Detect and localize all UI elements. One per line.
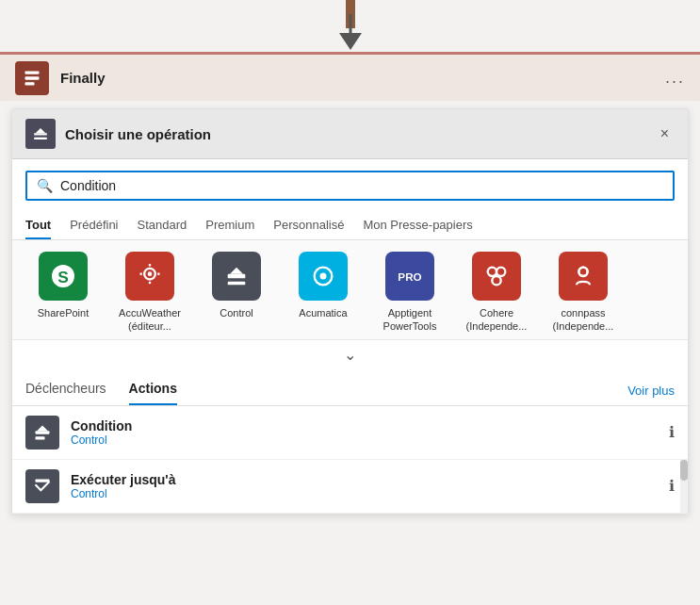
acumatica-label: Acumatica bbox=[299, 306, 347, 319]
connectors-grid: S SharePoint AccuWeather(éditeu bbox=[25, 252, 675, 334]
cohere-icon bbox=[472, 252, 521, 301]
connector-acumatica[interactable]: Acumatica bbox=[285, 252, 361, 334]
executer-name: Exécuter jusqu'à bbox=[71, 472, 661, 487]
connector-accuweather[interactable]: AccuWeather(éditeur... bbox=[112, 252, 187, 334]
list-item-executer[interactable]: Exécuter jusqu'à Control ℹ bbox=[12, 460, 688, 514]
svg-rect-27 bbox=[36, 436, 45, 439]
svg-rect-1 bbox=[25, 76, 40, 79]
executer-sub: Control bbox=[71, 487, 661, 500]
condition-sub: Control bbox=[71, 433, 661, 447]
svg-point-18 bbox=[320, 273, 327, 280]
condition-info-icon[interactable]: ℹ bbox=[669, 423, 675, 441]
svg-rect-28 bbox=[36, 479, 50, 482]
chooser-title: Choisir une opération bbox=[65, 126, 655, 142]
scroll-track[interactable] bbox=[680, 460, 688, 513]
search-icon: 🔍 bbox=[37, 178, 53, 193]
sharepoint-label: SharePoint bbox=[38, 306, 89, 319]
svg-marker-4 bbox=[36, 128, 46, 133]
svg-text:S: S bbox=[57, 268, 69, 286]
condition-name: Condition bbox=[71, 418, 661, 433]
chooser-header: Choisir une opération × bbox=[12, 109, 688, 159]
action-tabs-left: Déclencheurs Actions bbox=[25, 377, 177, 405]
accuweather-icon bbox=[125, 252, 174, 301]
finally-title: Finally bbox=[60, 70, 665, 86]
svg-point-21 bbox=[497, 268, 505, 276]
svg-text:PRO: PRO bbox=[398, 270, 421, 283]
connpass-icon bbox=[559, 252, 608, 301]
connectors-area: S SharePoint AccuWeather(éditeu bbox=[12, 240, 688, 339]
connector-control[interactable]: Control bbox=[199, 252, 274, 334]
connector-apptigent[interactable]: PRO ApptigentPowerTools bbox=[372, 252, 448, 334]
operation-chooser: Choisir une opération × 🔍 Tout Prédéfini… bbox=[11, 108, 689, 515]
svg-rect-25 bbox=[36, 431, 50, 433]
svg-rect-16 bbox=[228, 282, 246, 286]
expand-row: ⌄ bbox=[12, 339, 688, 368]
acumatica-icon bbox=[299, 252, 348, 301]
control-icon bbox=[212, 252, 261, 301]
svg-marker-26 bbox=[37, 425, 48, 431]
svg-point-24 bbox=[578, 268, 587, 276]
apptigent-label: ApptigentPowerTools bbox=[383, 306, 437, 334]
sharepoint-icon: S bbox=[39, 252, 88, 301]
executer-icon bbox=[25, 469, 59, 503]
tab-actions[interactable]: Actions bbox=[129, 377, 177, 405]
list-item-condition[interactable]: Condition Control ℹ bbox=[12, 406, 688, 460]
svg-point-22 bbox=[492, 276, 500, 285]
svg-rect-14 bbox=[228, 274, 246, 279]
voir-plus-button[interactable]: Voir plus bbox=[627, 384, 675, 398]
svg-point-9 bbox=[148, 271, 153, 276]
connector-connpass[interactable]: connpass(Independe... bbox=[545, 252, 621, 334]
arrow-down-icon bbox=[339, 33, 362, 50]
finally-icon bbox=[15, 61, 49, 95]
condition-text: Condition Control bbox=[71, 418, 661, 447]
tab-predefini[interactable]: Prédéfini bbox=[70, 210, 118, 239]
control-label: Control bbox=[220, 306, 252, 319]
condition-icon bbox=[25, 416, 59, 450]
finally-menu-button[interactable]: ... bbox=[665, 68, 685, 88]
executer-text: Exécuter jusqu'à Control bbox=[71, 472, 661, 500]
tab-personnalise[interactable]: Personnalisé bbox=[273, 210, 344, 239]
executer-info-icon[interactable]: ℹ bbox=[669, 477, 675, 495]
connector-sharepoint[interactable]: S SharePoint bbox=[25, 252, 101, 334]
svg-rect-3 bbox=[34, 133, 47, 135]
tab-premium[interactable]: Premium bbox=[205, 210, 254, 239]
svg-marker-15 bbox=[230, 268, 243, 274]
close-button[interactable]: × bbox=[655, 123, 675, 144]
connector-cohere[interactable]: Cohere(Independe... bbox=[459, 252, 534, 334]
search-box: 🔍 bbox=[25, 171, 675, 201]
svg-rect-0 bbox=[25, 71, 40, 74]
svg-point-20 bbox=[488, 268, 497, 276]
scroll-thumb bbox=[680, 460, 688, 481]
search-input[interactable] bbox=[60, 178, 663, 193]
operation-header-icon bbox=[25, 119, 56, 149]
connpass-label: connpass(Independe... bbox=[553, 306, 614, 334]
arrow-shaft bbox=[349, 14, 351, 33]
apptigent-icon: PRO bbox=[385, 252, 434, 301]
action-tabs-area: Déclencheurs Actions Voir plus bbox=[12, 368, 688, 406]
tab-tout[interactable]: Tout bbox=[25, 210, 51, 239]
tab-presse-papiers[interactable]: Mon Presse-papiers bbox=[363, 210, 472, 239]
accuweather-label: AccuWeather(éditeur... bbox=[119, 306, 181, 334]
finally-block: Finally ... bbox=[0, 52, 700, 101]
tab-triggers[interactable]: Déclencheurs bbox=[25, 377, 106, 405]
expand-chevron-icon[interactable]: ⌄ bbox=[344, 346, 356, 364]
tab-standard[interactable]: Standard bbox=[138, 210, 187, 239]
top-area bbox=[0, 0, 700, 52]
cohere-label: Cohere(Independe... bbox=[466, 306, 528, 334]
svg-rect-2 bbox=[25, 82, 35, 85]
category-tabs: Tout Prédéfini Standard Premium Personna… bbox=[12, 210, 688, 240]
list-items: Condition Control ℹ Exécuter jusqu'à Con… bbox=[12, 406, 688, 514]
svg-rect-5 bbox=[34, 138, 47, 139]
